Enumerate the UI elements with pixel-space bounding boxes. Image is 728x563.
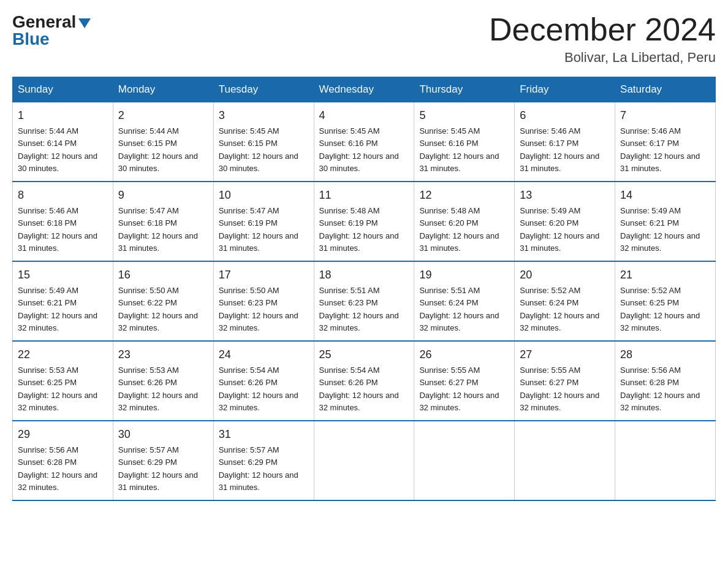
title-area: December 2024 Bolivar, La Libertad, Peru — [489, 12, 716, 66]
day-cell: 27Sunrise: 5:55 AMSunset: 6:27 PMDayligh… — [515, 341, 615, 421]
day-info: Sunrise: 5:47 AMSunset: 6:19 PMDaylight:… — [219, 206, 298, 253]
day-cell: 24Sunrise: 5:54 AMSunset: 6:26 PMDayligh… — [213, 341, 314, 421]
day-number: 8 — [18, 187, 108, 204]
day-cell: 1Sunrise: 5:44 AMSunset: 6:14 PMDaylight… — [13, 102, 113, 182]
day-cell: 21Sunrise: 5:52 AMSunset: 6:25 PMDayligh… — [615, 261, 716, 341]
day-number: 26 — [419, 347, 509, 363]
day-info: Sunrise: 5:56 AMSunset: 6:28 PMDaylight:… — [620, 366, 700, 412]
week-row-3: 15Sunrise: 5:49 AMSunset: 6:21 PMDayligh… — [13, 261, 716, 341]
day-cell: 10Sunrise: 5:47 AMSunset: 6:19 PMDayligh… — [213, 182, 314, 261]
header-thursday: Thursday — [414, 77, 515, 102]
day-number: 30 — [118, 426, 208, 443]
day-number: 13 — [520, 187, 610, 204]
logo-blue-text: Blue — [12, 29, 50, 49]
day-number: 20 — [520, 267, 610, 283]
day-cell — [615, 421, 716, 500]
day-info: Sunrise: 5:47 AMSunset: 6:18 PMDaylight:… — [118, 206, 198, 253]
day-cell: 7Sunrise: 5:46 AMSunset: 6:17 PMDaylight… — [615, 102, 716, 182]
day-number: 16 — [118, 267, 208, 283]
day-cell: 19Sunrise: 5:51 AMSunset: 6:24 PMDayligh… — [414, 261, 515, 341]
day-cell: 11Sunrise: 5:48 AMSunset: 6:19 PMDayligh… — [314, 182, 414, 261]
month-title: December 2024 — [489, 12, 716, 47]
day-cell: 3Sunrise: 5:45 AMSunset: 6:15 PMDaylight… — [213, 102, 314, 182]
day-cell: 29Sunrise: 5:56 AMSunset: 6:28 PMDayligh… — [13, 421, 113, 500]
day-info: Sunrise: 5:49 AMSunset: 6:21 PMDaylight:… — [18, 286, 97, 332]
day-info: Sunrise: 5:55 AMSunset: 6:27 PMDaylight:… — [419, 366, 499, 412]
day-cell: 9Sunrise: 5:47 AMSunset: 6:18 PMDaylight… — [113, 182, 213, 261]
day-cell: 5Sunrise: 5:45 AMSunset: 6:16 PMDaylight… — [414, 102, 515, 182]
location-title: Bolivar, La Libertad, Peru — [489, 50, 716, 66]
day-cell: 26Sunrise: 5:55 AMSunset: 6:27 PMDayligh… — [414, 341, 515, 421]
day-number: 18 — [319, 267, 409, 283]
header-saturday: Saturday — [615, 77, 716, 102]
day-number: 29 — [18, 426, 108, 443]
day-info: Sunrise: 5:52 AMSunset: 6:25 PMDaylight:… — [620, 286, 700, 332]
header-sunday: Sunday — [13, 77, 113, 102]
week-row-5: 29Sunrise: 5:56 AMSunset: 6:28 PMDayligh… — [13, 421, 716, 500]
day-number: 12 — [419, 187, 509, 204]
day-number: 19 — [419, 267, 509, 283]
day-number: 28 — [620, 347, 710, 363]
header-friday: Friday — [515, 77, 615, 102]
day-info: Sunrise: 5:53 AMSunset: 6:26 PMDaylight:… — [118, 366, 198, 412]
day-number: 7 — [620, 107, 710, 124]
day-number: 27 — [520, 347, 610, 363]
week-row-2: 8Sunrise: 5:46 AMSunset: 6:18 PMDaylight… — [13, 182, 716, 261]
day-cell: 28Sunrise: 5:56 AMSunset: 6:28 PMDayligh… — [615, 341, 716, 421]
day-number: 14 — [620, 187, 710, 204]
day-number: 1 — [18, 107, 108, 124]
day-cell — [515, 421, 615, 500]
day-cell: 22Sunrise: 5:53 AMSunset: 6:25 PMDayligh… — [13, 341, 113, 421]
day-number: 9 — [118, 187, 208, 204]
day-info: Sunrise: 5:52 AMSunset: 6:24 PMDaylight:… — [520, 286, 599, 332]
week-row-1: 1Sunrise: 5:44 AMSunset: 6:14 PMDaylight… — [13, 102, 716, 182]
day-number: 17 — [219, 267, 309, 283]
day-cell: 6Sunrise: 5:46 AMSunset: 6:17 PMDaylight… — [515, 102, 615, 182]
day-cell: 12Sunrise: 5:48 AMSunset: 6:20 PMDayligh… — [414, 182, 515, 261]
day-cell: 31Sunrise: 5:57 AMSunset: 6:29 PMDayligh… — [213, 421, 314, 500]
day-cell: 30Sunrise: 5:57 AMSunset: 6:29 PMDayligh… — [113, 421, 213, 500]
day-number: 22 — [18, 347, 108, 363]
day-number: 23 — [118, 347, 208, 363]
day-info: Sunrise: 5:53 AMSunset: 6:25 PMDaylight:… — [18, 366, 97, 412]
day-info: Sunrise: 5:50 AMSunset: 6:23 PMDaylight:… — [219, 286, 298, 332]
day-info: Sunrise: 5:46 AMSunset: 6:18 PMDaylight:… — [18, 206, 97, 253]
day-cell — [314, 421, 414, 500]
header: General Blue December 2024 Bolivar, La L… — [12, 12, 716, 66]
day-cell: 18Sunrise: 5:51 AMSunset: 6:23 PMDayligh… — [314, 261, 414, 341]
day-cell: 2Sunrise: 5:44 AMSunset: 6:15 PMDaylight… — [113, 102, 213, 182]
day-cell: 14Sunrise: 5:49 AMSunset: 6:21 PMDayligh… — [615, 182, 716, 261]
day-cell — [414, 421, 515, 500]
day-info: Sunrise: 5:57 AMSunset: 6:29 PMDaylight:… — [118, 445, 198, 492]
day-info: Sunrise: 5:45 AMSunset: 6:16 PMDaylight:… — [419, 126, 499, 173]
calendar-header-row: SundayMondayTuesdayWednesdayThursdayFrid… — [13, 77, 716, 102]
day-cell: 25Sunrise: 5:54 AMSunset: 6:26 PMDayligh… — [314, 341, 414, 421]
week-row-4: 22Sunrise: 5:53 AMSunset: 6:25 PMDayligh… — [13, 341, 716, 421]
day-number: 31 — [219, 426, 309, 443]
day-info: Sunrise: 5:49 AMSunset: 6:21 PMDaylight:… — [620, 206, 700, 253]
day-number: 21 — [620, 267, 710, 283]
header-wednesday: Wednesday — [314, 77, 414, 102]
day-info: Sunrise: 5:44 AMSunset: 6:14 PMDaylight:… — [18, 126, 97, 173]
day-info: Sunrise: 5:48 AMSunset: 6:19 PMDaylight:… — [319, 206, 399, 253]
header-monday: Monday — [113, 77, 213, 102]
day-cell: 15Sunrise: 5:49 AMSunset: 6:21 PMDayligh… — [13, 261, 113, 341]
day-info: Sunrise: 5:50 AMSunset: 6:22 PMDaylight:… — [118, 286, 198, 332]
day-number: 3 — [219, 107, 309, 124]
day-number: 10 — [219, 187, 309, 204]
logo: General Blue — [12, 12, 91, 49]
day-cell: 8Sunrise: 5:46 AMSunset: 6:18 PMDaylight… — [13, 182, 113, 261]
day-number: 25 — [319, 347, 409, 363]
day-info: Sunrise: 5:51 AMSunset: 6:24 PMDaylight:… — [419, 286, 499, 332]
day-info: Sunrise: 5:54 AMSunset: 6:26 PMDaylight:… — [219, 366, 298, 412]
day-info: Sunrise: 5:45 AMSunset: 6:15 PMDaylight:… — [219, 126, 298, 173]
day-number: 15 — [18, 267, 108, 283]
day-info: Sunrise: 5:57 AMSunset: 6:29 PMDaylight:… — [219, 445, 298, 492]
day-cell: 16Sunrise: 5:50 AMSunset: 6:22 PMDayligh… — [113, 261, 213, 341]
day-info: Sunrise: 5:55 AMSunset: 6:27 PMDaylight:… — [520, 366, 599, 412]
day-number: 4 — [319, 107, 409, 124]
calendar-table: SundayMondayTuesdayWednesdayThursdayFrid… — [12, 77, 716, 501]
day-info: Sunrise: 5:54 AMSunset: 6:26 PMDaylight:… — [319, 366, 399, 412]
day-info: Sunrise: 5:46 AMSunset: 6:17 PMDaylight:… — [620, 126, 700, 173]
day-info: Sunrise: 5:49 AMSunset: 6:20 PMDaylight:… — [520, 206, 599, 253]
